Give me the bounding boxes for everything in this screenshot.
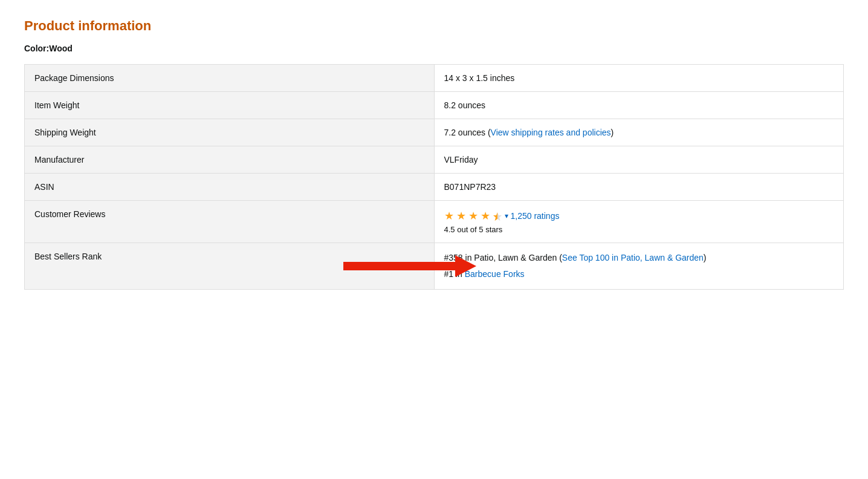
- table-row-bsr: Best Sellers Rank #358 in Patio, Lawn & …: [25, 243, 844, 290]
- row-value: B071NP7R23: [434, 174, 844, 201]
- row-value: 14 x 3 x 1.5 inches: [434, 65, 844, 92]
- bsr-top100-link[interactable]: See Top 100 in Patio, Lawn & Garden: [562, 253, 704, 262]
- row-value: 8.2 ounces: [434, 92, 844, 119]
- table-row: Item Weight 8.2 ounces: [25, 92, 844, 119]
- ratings-count-link[interactable]: 1,250 ratings: [511, 211, 560, 221]
- shipping-weight-prefix: 7.2 ounces (: [444, 128, 491, 137]
- table-row: Manufacturer VLFriday: [25, 146, 844, 174]
- rating-text: 4.5 out of 5 stars: [444, 225, 834, 234]
- svg-marker-0: [493, 212, 502, 221]
- row-label-bsr: Best Sellers Rank: [25, 243, 435, 290]
- bsr-rank2: #1 in Barbecue Forks: [444, 268, 834, 281]
- row-label: Item Weight: [25, 92, 435, 119]
- row-label: Customer Reviews: [25, 201, 435, 243]
- star-2: ★: [456, 209, 466, 223]
- color-value: Wood: [49, 44, 73, 53]
- bsr-rank1: #358 in Patio, Lawn & Garden (See Top 10…: [444, 252, 834, 264]
- chevron-down-icon[interactable]: ▾: [505, 212, 508, 220]
- row-value-reviews: ★ ★ ★ ★: [434, 201, 844, 243]
- row-label: Manufacturer: [25, 146, 435, 174]
- color-label-prefix: Color:: [24, 44, 49, 53]
- stars-container: ★ ★ ★ ★: [444, 209, 834, 223]
- product-info-table: Package Dimensions 14 x 3 x 1.5 inches I…: [24, 64, 844, 290]
- table-row: ASIN B071NP7R23: [25, 174, 844, 201]
- color-label: Color:Wood: [24, 44, 844, 53]
- row-label: Package Dimensions: [25, 65, 435, 92]
- row-value: VLFriday: [434, 146, 844, 174]
- star-3: ★: [468, 209, 478, 223]
- table-row: Shipping Weight 7.2 ounces (View shippin…: [25, 119, 844, 146]
- row-value-shipping: 7.2 ounces (View shipping rates and poli…: [434, 119, 844, 146]
- svg-marker-2: [455, 255, 476, 277]
- shipping-weight-suffix: ): [611, 128, 614, 137]
- bsr-rank1-suffix: ): [704, 253, 707, 262]
- table-row-reviews: Customer Reviews ★ ★ ★ ★: [25, 201, 844, 243]
- shipping-rates-link[interactable]: View shipping rates and policies: [491, 128, 611, 137]
- row-value-bsr: #358 in Patio, Lawn & Garden (See Top 10…: [434, 243, 844, 290]
- star-1: ★: [444, 209, 454, 223]
- table-row: Package Dimensions 14 x 3 x 1.5 inches: [25, 65, 844, 92]
- row-label: ASIN: [25, 174, 435, 201]
- star-5-half: [493, 210, 502, 223]
- page-title: Product information: [24, 18, 844, 34]
- row-label: Shipping Weight: [25, 119, 435, 146]
- star-4: ★: [481, 209, 490, 223]
- red-arrow-icon: [343, 253, 476, 279]
